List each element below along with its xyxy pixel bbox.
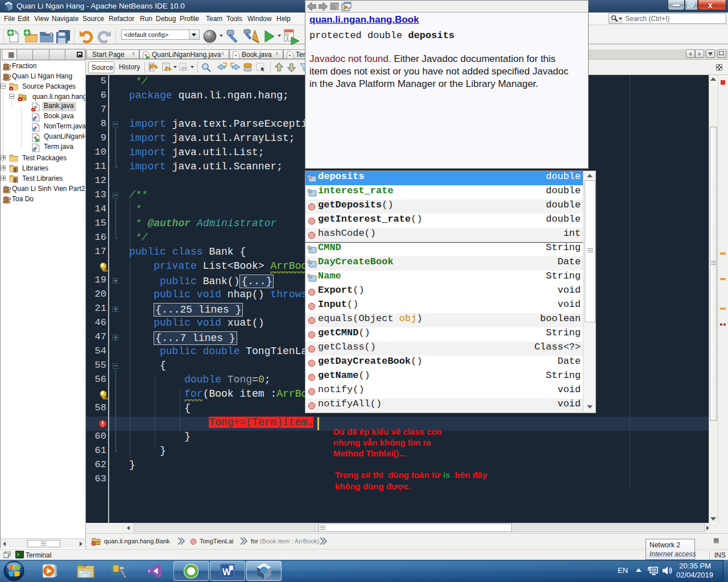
svg-text:A: A xyxy=(105,268,107,272)
svg-text:A: A xyxy=(105,396,107,400)
svg-text:W: W xyxy=(222,567,231,577)
svg-text:3: 3 xyxy=(286,36,288,40)
